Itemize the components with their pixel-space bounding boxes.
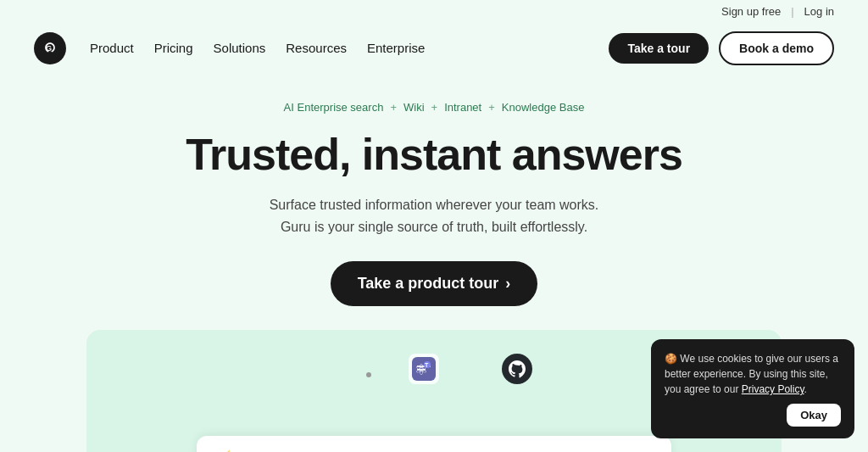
take-tour-button[interactable]: Take a tour xyxy=(609,33,709,64)
tag-knowledge-base: Knowledge Base xyxy=(502,101,585,114)
navbar: G Product Pricing Solutions Resources En… xyxy=(0,23,868,74)
nav-resources[interactable]: Resources xyxy=(286,41,347,55)
signup-link[interactable]: Sign up free xyxy=(721,5,781,18)
divider: | xyxy=(791,5,793,18)
svg-rect-6 xyxy=(502,354,532,384)
privacy-policy-link[interactable]: Privacy Policy xyxy=(742,383,804,395)
nav-links: Product Pricing Solutions Resources Ente… xyxy=(90,41,609,56)
tag-ai: AI Enterprise search xyxy=(284,101,384,114)
tag-line: AI Enterprise search + Wiki + Intranet +… xyxy=(284,101,585,114)
nav-product[interactable]: Product xyxy=(90,41,134,55)
cookie-okay-button[interactable]: Okay xyxy=(787,404,841,427)
login-link[interactable]: Log in xyxy=(804,5,834,18)
hero-title: Trusted, instant answers xyxy=(186,131,682,179)
nav-enterprise[interactable]: Enterprise xyxy=(367,41,425,55)
nav-pricing[interactable]: Pricing xyxy=(154,41,193,55)
cookie-text: 🍪 We use cookies to give our users a bet… xyxy=(665,351,841,397)
hero-subtitle: Surface trusted information wherever you… xyxy=(270,194,599,237)
teams-icon: ⚛ T xyxy=(409,354,439,384)
top-bar: Sign up free | Log in xyxy=(0,0,868,23)
book-demo-button[interactable]: Book a demo xyxy=(719,31,834,65)
logo[interactable]: G xyxy=(34,32,66,64)
cookie-actions: Okay xyxy=(665,404,841,427)
tag-wiki: Wiki xyxy=(403,101,425,114)
nav-actions: Take a tour Book a demo xyxy=(609,31,834,65)
arrow-icon: › xyxy=(505,275,510,293)
product-tour-label: Take a product tour xyxy=(358,275,499,293)
nav-solutions[interactable]: Solutions xyxy=(214,41,266,55)
svg-text:T: T xyxy=(425,362,429,368)
tag-intranet: Intranet xyxy=(444,101,481,114)
product-tour-button[interactable]: Take a product tour › xyxy=(331,261,538,306)
svg-text:G: G xyxy=(46,44,52,53)
github-icon xyxy=(502,354,532,384)
dot-decoration xyxy=(366,372,371,377)
cookie-banner: 🍪 We use cookies to give our users a bet… xyxy=(651,339,854,438)
demo-search-bar[interactable]: ⚡ What if I used my personal credit card… xyxy=(197,436,671,452)
